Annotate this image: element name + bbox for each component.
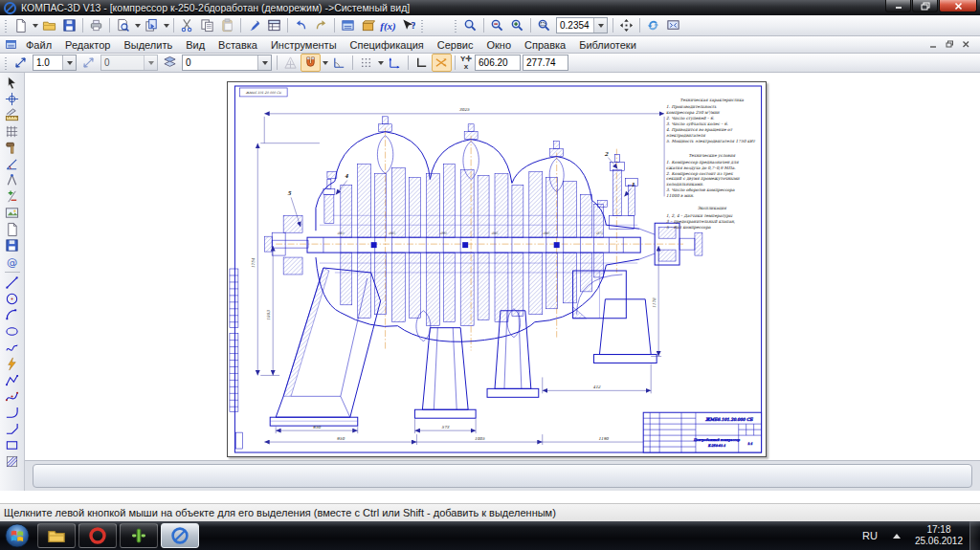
taskbar-switcher-button[interactable] — [120, 523, 158, 548]
language-indicator[interactable]: RU — [855, 530, 885, 541]
ellipse-tool-icon[interactable] — [3, 323, 22, 340]
coord-x-field[interactable] — [475, 55, 521, 71]
layer-combo[interactable] — [182, 55, 272, 71]
copy-properties-button[interactable] — [244, 16, 264, 34]
show-all-button[interactable] — [663, 16, 683, 34]
scale-value-input[interactable] — [33, 56, 62, 70]
zoom-in-button[interactable] — [507, 16, 527, 34]
layer-combo-arrow[interactable] — [257, 55, 271, 70]
new-document-dropdown[interactable] — [31, 16, 39, 34]
context-help-button[interactable] — [398, 16, 418, 34]
open-button[interactable] — [39, 16, 59, 34]
document-icon[interactable] — [3, 221, 22, 237]
quick-line-tool-icon[interactable] — [3, 356, 22, 372]
specification-button[interactable] — [264, 16, 284, 34]
chamfer-tool-icon[interactable] — [3, 421, 22, 437]
scale-combo-arrow[interactable] — [62, 55, 76, 70]
grid-dropdown[interactable] — [376, 54, 385, 72]
refresh-image-button[interactable] — [643, 16, 663, 34]
cut-button[interactable] — [177, 16, 197, 34]
print-preview-button[interactable] — [113, 16, 133, 34]
menu-view[interactable]: Вид — [179, 38, 212, 52]
snap-magnet-button[interactable] — [301, 54, 321, 72]
fillet-tool-icon[interactable] — [3, 405, 22, 421]
layer-value-input[interactable] — [183, 56, 257, 70]
coord-y-field[interactable] — [523, 55, 568, 71]
menu-insert[interactable]: Вставка — [212, 38, 264, 52]
grid-view-icon[interactable] — [3, 123, 22, 140]
menu-service[interactable]: Сервис — [431, 38, 480, 52]
toolbar-grip[interactable] — [4, 56, 9, 70]
minimize-button[interactable] — [885, 0, 911, 12]
step-combo-arrow[interactable] — [144, 55, 157, 70]
pan-button[interactable] — [616, 16, 636, 34]
ortho-button[interactable] — [432, 54, 452, 72]
zoom-area-button[interactable] — [534, 16, 554, 34]
menu-window[interactable]: Окно — [479, 38, 518, 52]
view-toolbar-grip[interactable] — [454, 19, 458, 33]
zoom-select-button[interactable] — [460, 16, 480, 34]
angle-snap-button[interactable] — [329, 54, 349, 72]
library-manager-button[interactable] — [358, 16, 378, 34]
close-button[interactable] — [939, 0, 977, 12]
copy-button[interactable] — [197, 16, 217, 34]
calculator-icon[interactable] — [3, 188, 22, 205]
hatch-tool-icon[interactable] — [3, 453, 22, 470]
taskbar-kompas-button[interactable] — [161, 523, 199, 548]
zoom-combo[interactable] — [556, 17, 608, 33]
select-cursor-icon[interactable] — [3, 75, 22, 91]
insert-fragment-button[interactable] — [142, 16, 162, 34]
insert-fragment-dropdown[interactable] — [162, 16, 170, 34]
circle-tool-icon[interactable] — [3, 291, 22, 307]
scale-combo[interactable] — [33, 55, 77, 71]
menu-select[interactable]: Выделить — [117, 38, 179, 52]
menu-editor[interactable]: Редактор — [58, 38, 117, 52]
measure-icon[interactable] — [3, 107, 22, 123]
child-close-button[interactable] — [960, 39, 972, 50]
zoom-value-input[interactable] — [557, 19, 593, 33]
divider-icon[interactable] — [3, 172, 22, 188]
save-fragment-icon[interactable] — [3, 237, 22, 253]
step-value-input[interactable] — [101, 56, 144, 70]
zoom-out-button[interactable] — [487, 16, 507, 34]
spline-tool-icon[interactable] — [3, 388, 22, 405]
save-button[interactable] — [59, 16, 79, 34]
property-bar[interactable] — [33, 464, 972, 488]
paste-button[interactable] — [217, 16, 237, 34]
snap-dropdown[interactable] — [321, 54, 329, 72]
menu-libraries[interactable]: Библиотеки — [572, 38, 643, 52]
polyline-tool-icon[interactable] — [3, 372, 22, 388]
child-minimize-button[interactable] — [927, 39, 940, 50]
toolbar-grip[interactable] — [420, 19, 425, 33]
preview-dropdown[interactable] — [133, 16, 142, 34]
drawing-sheet[interactable]: ЖМБ6.101.20.000 СБ — [227, 81, 767, 457]
arc-tool-icon[interactable] — [3, 307, 22, 323]
redo-button[interactable] — [311, 16, 331, 34]
fx-button[interactable]: f(x) — [378, 16, 398, 34]
rectangle-tool-icon[interactable] — [3, 437, 22, 453]
line-tool-icon[interactable] — [3, 275, 22, 291]
hidden-icons-arrow[interactable] — [893, 534, 901, 539]
system-menu-icon[interactable] — [2, 35, 19, 54]
start-button[interactable] — [0, 521, 34, 550]
pan-view-icon[interactable] — [3, 91, 22, 107]
tools-icon[interactable] — [3, 140, 22, 156]
mail-icon[interactable] — [3, 253, 22, 270]
menu-specification[interactable]: Спецификация — [344, 38, 431, 52]
curve-tool-icon[interactable] — [3, 340, 22, 356]
drawing-canvas[interactable]: ЖМБ6.101.20.000 СБ — [26, 73, 980, 460]
variables-button[interactable] — [338, 16, 358, 34]
new-document-button[interactable] — [11, 16, 31, 34]
menu-file[interactable]: Файл — [19, 38, 58, 52]
corner-button[interactable] — [412, 54, 432, 72]
restore-button[interactable] — [912, 0, 938, 12]
taskbar-clock[interactable]: 17:18 25.06.2012 — [908, 524, 969, 548]
zoom-combo-arrow[interactable] — [593, 18, 607, 33]
grid-button[interactable] — [356, 54, 376, 72]
child-restore-button[interactable] — [944, 39, 956, 50]
axes-button[interactable] — [385, 54, 405, 72]
toolbar-grip[interactable] — [4, 19, 9, 33]
show-desktop-button[interactable] — [969, 521, 980, 550]
menu-tools[interactable]: Инструменты — [264, 38, 344, 52]
undo-button[interactable] — [291, 16, 311, 34]
